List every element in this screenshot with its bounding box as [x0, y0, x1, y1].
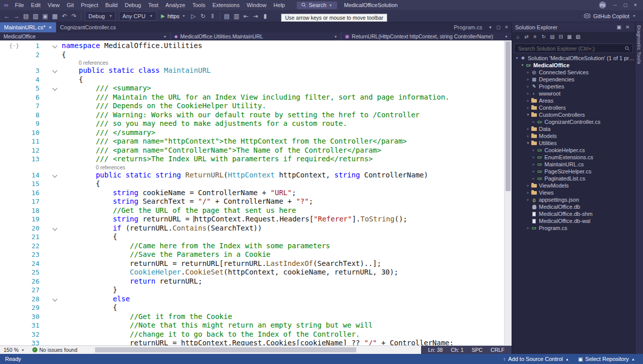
close-panel-icon[interactable]: ✕	[623, 24, 632, 30]
save-all-icon[interactable]: ▦	[50, 13, 60, 20]
menu-tools[interactable]: Tools	[189, 0, 209, 10]
undo-icon[interactable]: ↶	[60, 13, 69, 20]
tree-item-maintainurl-cs[interactable]: ▹C#MaintainURL.cs	[512, 161, 635, 168]
menu-project[interactable]: Project	[77, 0, 102, 10]
code-line[interactable]: 30 //Get it from the Cookie	[0, 312, 504, 322]
expand-icon[interactable]: ▹	[525, 106, 531, 110]
expand-icon[interactable]: ▹	[531, 120, 536, 124]
fold-chevron-icon[interactable]	[39, 171, 62, 180]
maximize-icon[interactable]: ▢	[621, 3, 630, 8]
decrease-indent-icon[interactable]: ⇤	[241, 13, 251, 20]
show-all-files-icon[interactable]: ▦	[565, 34, 574, 39]
dock-panel-icon[interactable]: ▣	[615, 24, 623, 30]
increase-indent-icon[interactable]: ⇥	[251, 13, 260, 20]
collapse-icon[interactable]: ▾	[514, 56, 520, 60]
codelens-references[interactable]: 0 references	[0, 164, 504, 171]
expand-icon[interactable]: ▹	[525, 84, 531, 88]
quick-search-box[interactable]: Search ▼	[297, 2, 337, 9]
expand-icon[interactable]: ▹	[525, 70, 531, 74]
tree-item-cookiehelper-cs[interactable]: ▹C#CookieHelper.cs	[512, 147, 635, 154]
switch-views-icon[interactable]: ⇄	[522, 34, 531, 39]
menu-window[interactable]: Window	[243, 0, 270, 10]
solution-configuration-dropdown[interactable]: Debug▼	[85, 11, 116, 21]
expand-icon[interactable]: ▹	[525, 191, 531, 195]
new-file-icon[interactable]: ▤	[21, 13, 31, 20]
fold-chevron-icon[interactable]	[39, 295, 62, 304]
code-line[interactable]: 11 /// <param name="httpContext">the Htt…	[0, 137, 504, 146]
active-files-dropdown-icon[interactable]: ▾	[486, 25, 494, 30]
code-line[interactable]: 8 /// Warning: Works with our default ro…	[0, 111, 504, 120]
add-to-source-control-button[interactable]: ↑ Add to Source Control ▲	[500, 356, 572, 362]
expand-icon[interactable]: ▹	[531, 155, 536, 159]
editor-vertical-scrollbar[interactable]	[504, 40, 512, 345]
menu-test[interactable]: Test	[145, 0, 162, 10]
menu-git[interactable]: Git	[63, 0, 77, 10]
code-line[interactable]: 23 //Save the Parameters in a Cookie	[0, 250, 504, 259]
tree-item-dependencies[interactable]: ▹▤Dependencies	[512, 76, 635, 83]
menu-extensions[interactable]: Extensions	[209, 0, 243, 10]
menu-debug[interactable]: Debug	[121, 0, 145, 10]
expand-icon[interactable]: ▹	[525, 99, 531, 103]
solution-explorer-search-input[interactable]	[517, 45, 625, 52]
scrollbar-thumb[interactable]	[506, 41, 511, 191]
start-without-debugging-icon[interactable]: ▷	[189, 13, 198, 20]
tree-item-program-cs[interactable]: ▹C#Program.cs	[512, 224, 635, 232]
code-line[interactable]: 24 returnURL = returnURL[returnURL.LastI…	[0, 259, 504, 268]
project-dropdown[interactable]: MedicalOffice ▼	[0, 32, 171, 40]
expand-icon[interactable]: ▹	[525, 92, 531, 96]
fold-chevron-icon[interactable]	[39, 41, 62, 51]
refresh-icon[interactable]: ↻	[539, 34, 548, 39]
hot-reload-icon[interactable]: ↻	[198, 13, 208, 20]
code-line[interactable]: 3 public static class MaintainURL	[0, 66, 504, 75]
navigate-forward-icon[interactable]: →	[12, 13, 21, 20]
editor-horizontal-scrollbar[interactable]	[81, 346, 417, 354]
tree-item-wwwroot[interactable]: ▹◐wwwroot	[512, 90, 635, 97]
code-line[interactable]: 27 }	[0, 286, 504, 295]
indentation-indicator[interactable]: SPC	[472, 347, 483, 353]
expand-icon[interactable]: ▹	[525, 198, 531, 202]
zoom-dropdown[interactable]: 150 % ▼	[0, 347, 28, 353]
github-copilot-button[interactable]: GitHub Copilot ▼	[584, 13, 641, 19]
tab-program-cs[interactable]: Program.cs	[450, 24, 486, 30]
code-line[interactable]: 1namespace MedicalOffice.Utilities	[0, 41, 504, 51]
filter-icon[interactable]: ≡	[531, 34, 539, 39]
tree-item-appsettings-json[interactable]: ▹{}appsettings.json	[512, 196, 635, 203]
tree-item-models[interactable]: ▹Models	[512, 132, 635, 140]
menu-help[interactable]: Help	[270, 0, 289, 10]
tree-item-properties[interactable]: ▹✎Properties	[512, 83, 635, 90]
expand-icon[interactable]: ▹	[525, 127, 531, 131]
tab-maintainurl-cs[interactable]: MaintainURL.cs*✕	[0, 22, 56, 32]
type-dropdown[interactable]: ◆ MedicalOffice.Utilities.MaintainURL ▼	[171, 32, 342, 40]
navigate-back-icon[interactable]: ←	[2, 13, 12, 20]
tree-item-medicaloffice-db[interactable]: MedicalOffice.db	[512, 203, 635, 210]
code-line[interactable]: 13 /// <returns>The Index URL with param…	[0, 155, 504, 164]
break-all-icon[interactable]: ‖	[208, 13, 217, 20]
comment-icon[interactable]: ▤	[222, 13, 232, 20]
float-tab-icon[interactable]: ▢	[494, 25, 502, 30]
open-file-icon[interactable]: ▨	[31, 13, 40, 20]
code-line[interactable]: 6 /// Maintain the URL for an Index View…	[0, 93, 504, 102]
code-line[interactable]: 22 //Came here from the Index with some …	[0, 242, 504, 251]
tree-item-views[interactable]: ▹Views	[512, 189, 635, 196]
select-repository-button[interactable]: ▣ Select Repository ▲	[575, 356, 638, 362]
tree-item-paginatedlist-cs[interactable]: ▹C#PaginatedList.cs	[512, 175, 635, 182]
solution-explorer-search[interactable]	[514, 43, 633, 53]
code-line[interactable]: 21 {	[0, 233, 504, 242]
bookmark-icon[interactable]: ▮	[260, 13, 270, 20]
code-line[interactable]: 18 //Get the URL of the page that sent u…	[0, 206, 504, 215]
uncomment-icon[interactable]: ▥	[232, 13, 241, 20]
expand-icon[interactable]: ▹	[531, 176, 536, 180]
menu-view[interactable]: View	[44, 0, 63, 10]
code-line[interactable]: 9 /// so you may need to make adjustment…	[0, 119, 504, 128]
code-line[interactable]: 15 {	[0, 179, 504, 189]
tree-item-enumextensions-cs[interactable]: ▹C#EnumExtensions.cs	[512, 154, 635, 161]
menu-analyze[interactable]: Analyze	[162, 0, 189, 10]
code-line[interactable]: 19 string returnURL = httpContext.Reques…	[0, 215, 504, 224]
tree-item-solution-medicalofficesolution-1-of-1-project[interactable]: ▾❖Solution 'MedicalOfficeSolution' (1 of…	[512, 55, 635, 62]
user-avatar[interactable]: PS	[599, 2, 606, 9]
code-line[interactable]: 31 //Note that this might return an empt…	[0, 321, 504, 330]
health-check-icon[interactable]: ✓	[32, 347, 37, 352]
solution-platform-dropdown[interactable]: Any CPU▼	[119, 11, 156, 21]
collapse-icon[interactable]: ▾	[520, 63, 525, 67]
save-icon[interactable]: ▣	[40, 13, 50, 20]
